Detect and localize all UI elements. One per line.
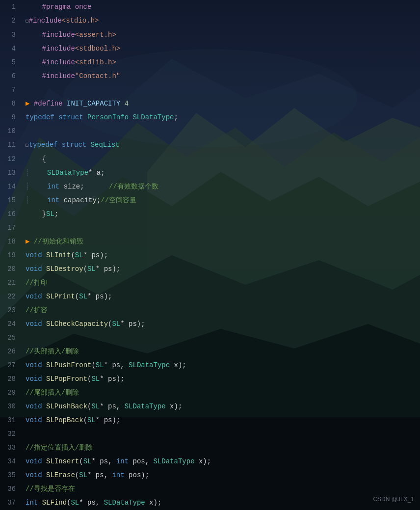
line-number: 28	[0, 372, 24, 386]
token-punct: (	[71, 251, 75, 259]
line-number: 22	[0, 290, 24, 303]
token-punct: * a;	[88, 169, 105, 177]
line-number: 4	[0, 42, 24, 55]
token-param: INIT_CAPACITY	[63, 100, 125, 107]
token-kw-type: SLDataType	[104, 499, 145, 507]
token-punct	[42, 403, 46, 410]
line-number: 15	[0, 193, 24, 207]
token-comment: //扩容	[26, 306, 48, 314]
token-fn-name: SLPushBack	[46, 403, 87, 410]
token-punct: capacity;	[59, 196, 101, 204]
table-row: 1 #pragma once	[0, 0, 420, 14]
line-code: {	[24, 152, 420, 166]
token-fn-name: SLFind	[42, 499, 67, 507]
table-row: 14┊ int size; //有效数据个数	[0, 180, 420, 193]
collapse-button[interactable]: ⊟	[26, 142, 29, 148]
collapse-button[interactable]: ⊟	[26, 18, 29, 24]
line-code: ⊟#include<stdio.h>	[24, 14, 420, 28]
line-code: void SLPopBack(SL* ps);	[24, 413, 420, 427]
line-code: //扩容	[24, 303, 420, 317]
token-punct: ;	[174, 113, 178, 121]
indent-bar: ┊	[26, 196, 47, 204]
indent-space	[26, 3, 42, 11]
token-punct: * ps,	[87, 471, 112, 479]
line-number: 8	[0, 97, 24, 110]
line-number: 32	[0, 427, 24, 441]
line-number: 24	[0, 317, 24, 331]
token-kw-void: void	[26, 251, 42, 259]
token-fn-name: SLInsert	[46, 457, 79, 465]
table-row: 13┊ SLDataType* a;	[0, 166, 420, 180]
arrow-icon: ▶	[26, 238, 34, 245]
line-number: 1	[0, 0, 24, 14]
line-code: void SLCheckCapacity(SL* ps);	[24, 317, 420, 331]
token-punct: * ps,	[79, 499, 104, 507]
line-code: ⊟typedef struct SeqList	[24, 138, 420, 152]
token-kw-void: void	[26, 293, 42, 300]
indent-space	[26, 155, 42, 163]
token-fn-name: SLPopFront	[46, 375, 87, 383]
token-punct: * ps);	[83, 251, 108, 259]
token-fn-name: SLCheckCapacity	[46, 320, 108, 328]
line-code: int SLFind(SL* ps, SLDataType x);	[24, 496, 420, 510]
line-number: 26	[0, 345, 24, 358]
token-kw-void: void	[26, 403, 42, 410]
line-code	[24, 331, 420, 345]
line-code: //打印	[24, 276, 420, 290]
token-kw-void: void	[26, 265, 42, 273]
table-row: 28void SLPopFront(SL* ps);	[0, 372, 420, 386]
token-punct: x);	[166, 403, 183, 410]
table-row: 12 {	[0, 152, 420, 166]
token-punct	[42, 265, 46, 273]
table-row: 32	[0, 427, 420, 441]
table-row: 34void SLInsert(SL* ps, int pos, SLDataT…	[0, 455, 420, 468]
token-punct: * ps);	[96, 416, 120, 424]
token-kw-type: SL	[75, 251, 83, 259]
indent-bar: ┊	[26, 183, 47, 190]
token-punct: ;	[54, 210, 58, 218]
token-punct	[42, 320, 46, 328]
token-kw-void: void	[26, 320, 42, 328]
table-row: 11⊟typedef struct SeqList	[0, 138, 420, 152]
token-fn-name: SLPopBack	[46, 416, 83, 424]
token-include-file: <stdio.h>	[62, 17, 99, 25]
indent-bar: ┊	[26, 169, 47, 177]
token-punct: (	[83, 416, 87, 424]
table-row: 6 #include"Contact.h"	[0, 69, 420, 83]
table-row: 4 #include<stdbool.h>	[0, 42, 420, 55]
watermark: CSDN @JLX_1	[373, 492, 414, 506]
line-number: 34	[0, 455, 24, 468]
token-kw-type: SL	[83, 457, 92, 465]
table-row: 25	[0, 331, 420, 345]
table-row: 37int SLFind(SL* ps, SLDataType x);	[0, 496, 420, 510]
line-code: ┊ int capacity;//空间容量	[24, 193, 420, 207]
token-comment: //头部插入/删除	[26, 348, 79, 355]
token-punct	[42, 375, 46, 383]
token-fn-name: SLDestroy	[46, 265, 83, 273]
table-row: 2⊟#include<stdio.h>	[0, 14, 420, 28]
line-number: 20	[0, 262, 24, 276]
token-punct: (	[75, 471, 79, 479]
indent-space	[26, 72, 42, 80]
table-row: 3 #include<assert.h>	[0, 28, 420, 42]
token-kw-struct: struct	[57, 141, 90, 149]
table-row: 21//打印	[0, 276, 420, 290]
token-kw-type: SL	[71, 499, 79, 507]
line-number: 13	[0, 166, 24, 180]
token-fn-name: SLPushFront	[46, 361, 91, 369]
table-row: 33//指定位置插入/删除	[0, 441, 420, 455]
line-code: #include<assert.h>	[24, 28, 420, 42]
token-kw-hash: #pragma once	[42, 3, 92, 11]
token-punct	[42, 471, 46, 479]
line-number: 35	[0, 468, 24, 482]
line-number: 18	[0, 235, 24, 248]
token-include-file: <assert.h>	[75, 31, 116, 39]
line-number: 29	[0, 386, 24, 400]
token-include-file: <stdlib.h>	[75, 58, 116, 66]
token-kw-type: SLDataType	[129, 361, 170, 369]
line-code: typedef struct PersonInfo SLDataType;	[24, 110, 420, 124]
token-kw-type: SL	[91, 403, 100, 410]
token-kw-void: void	[26, 471, 42, 479]
indent-space	[26, 45, 42, 53]
token-kw-type: SLDataType	[129, 113, 174, 121]
